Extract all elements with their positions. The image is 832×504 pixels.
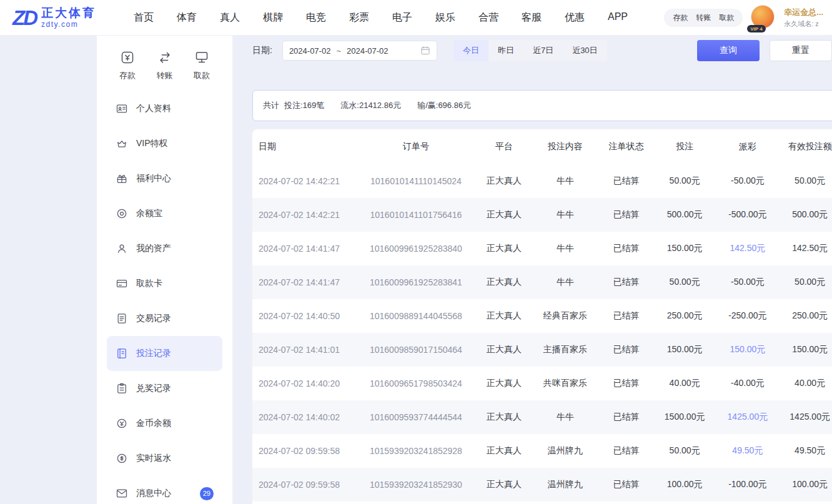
date-from-value: 2024-07-02 bbox=[289, 46, 331, 56]
cell-bet-content: 牛牛 bbox=[532, 232, 598, 265]
summary-win-loss: 输/赢:696.86元 bbox=[417, 100, 471, 111]
transfer-icon bbox=[157, 50, 172, 65]
avatar[interactable]: VIP 4 bbox=[751, 5, 776, 30]
sidebar-item-withdraw-card[interactable]: 取款卡 bbox=[107, 266, 222, 301]
withdraw-icon bbox=[194, 50, 209, 65]
nav-item-home[interactable]: 首页 bbox=[134, 11, 154, 24]
cell-bet-amount: 100.00元 bbox=[655, 468, 715, 502]
range-last30days-button[interactable]: 近30日 bbox=[563, 40, 607, 61]
sidebar-item-profile[interactable]: 个人资料 bbox=[107, 91, 222, 126]
sidebar-item-coin-balance[interactable]: 金币余额 bbox=[107, 406, 222, 441]
rebate-icon bbox=[116, 452, 128, 465]
bank-card-icon bbox=[116, 277, 128, 290]
col-header-status: 注单状态 bbox=[598, 129, 655, 164]
range-last7days-button[interactable]: 近7日 bbox=[523, 40, 563, 61]
nav-item-support[interactable]: 客服 bbox=[522, 11, 542, 24]
table-row: 2024-07-02 09:59:581015939203241852928正大… bbox=[252, 434, 832, 468]
cell-valid-bet: 1425.00元 bbox=[780, 400, 832, 434]
sidebar-item-transactions[interactable]: 交易记录 bbox=[107, 301, 222, 336]
reset-button[interactable]: 重置 bbox=[770, 40, 832, 61]
table-row: 2024-07-02 14:40:501016009889144045568正大… bbox=[252, 299, 832, 333]
cell-date: 2024-07-02 09:59:58 bbox=[252, 434, 356, 468]
cell-platform: 正大真人 bbox=[476, 367, 533, 400]
sidebar-quick-transfer[interactable]: 转账 bbox=[149, 50, 181, 81]
calendar-icon bbox=[420, 46, 430, 56]
cell-bet-amount: 500.00元 bbox=[655, 198, 715, 232]
cell-date: 2024-07-02 14:41:47 bbox=[252, 232, 356, 265]
brand-logo[interactable]: ZD 正大体育 zdty.com bbox=[12, 6, 124, 29]
top-header: ZD 正大体育 zdty.com 首页 体育 真人 棋牌 电竞 彩票 电子 娱乐… bbox=[0, 0, 832, 35]
cell-valid-bet: 50.00元 bbox=[780, 164, 832, 198]
bet-records-table-card: 日期 订单号 平台 投注内容 注单状态 投注 派彩 有效投注额 2024-07-… bbox=[252, 129, 832, 504]
sidebar-item-label: 我的资产 bbox=[136, 243, 171, 254]
table-row: 2024-07-02 14:41:011016009859017150464正大… bbox=[252, 333, 832, 367]
gold-coin-icon bbox=[116, 417, 128, 430]
gift-icon bbox=[116, 172, 128, 185]
table-row: 2024-07-02 14:40:201016009651798503424正大… bbox=[252, 367, 832, 400]
sidebar-item-bet-records[interactable]: 投注记录 bbox=[107, 336, 222, 371]
cell-platform: 正大真人 bbox=[476, 164, 533, 198]
cell-order-no: 1016010141110145024 bbox=[356, 164, 475, 198]
cell-date: 2024-07-02 14:42:21 bbox=[252, 164, 356, 198]
sidebar-item-assets[interactable]: 我的资产 bbox=[107, 231, 222, 266]
sidebar-item-welfare[interactable]: 福利中心 bbox=[107, 161, 222, 196]
id-card-icon bbox=[116, 102, 128, 115]
cell-payout: 1425.00元 bbox=[715, 400, 780, 434]
nav-item-promotions[interactable]: 优惠 bbox=[565, 11, 585, 24]
sidebar-quick-deposit[interactable]: 存款 bbox=[112, 50, 143, 81]
cell-valid-bet: 50.00元 bbox=[780, 265, 832, 299]
search-button[interactable]: 查询 bbox=[697, 40, 760, 61]
notebook-icon bbox=[116, 347, 128, 360]
person-icon bbox=[116, 242, 128, 255]
summary-bar: 共计 投注:169笔 流水:21412.86元 输/赢:696.86元 bbox=[252, 90, 832, 121]
header-deposit-link[interactable]: 存款 bbox=[673, 12, 688, 23]
cell-payout: -500.00元 bbox=[715, 198, 780, 232]
nav-item-partnership[interactable]: 合营 bbox=[478, 11, 498, 24]
header-transfer-link[interactable]: 转账 bbox=[696, 12, 711, 23]
cell-bet-content: 牛牛 bbox=[532, 164, 598, 198]
sidebar-item-yuebao[interactable]: 余额宝 bbox=[107, 196, 222, 231]
filter-actions: 查询 重置 bbox=[697, 40, 832, 61]
cell-valid-bet: 40.00元 bbox=[780, 367, 832, 400]
header-withdraw-link[interactable]: 取款 bbox=[719, 12, 734, 23]
cell-platform: 正大真人 bbox=[476, 232, 533, 265]
header-quick-links: 存款 转账 取款 bbox=[664, 9, 743, 27]
nav-item-app[interactable]: APP bbox=[608, 11, 628, 24]
sidebar-item-rebate[interactable]: 实时返水 bbox=[107, 441, 222, 476]
nav-item-slots[interactable]: 电子 bbox=[392, 11, 412, 24]
cell-valid-bet: 500.00元 bbox=[780, 198, 832, 232]
nav-item-esports[interactable]: 电竞 bbox=[306, 11, 326, 24]
envelope-icon bbox=[116, 487, 128, 500]
date-range-input[interactable]: 2024-07-02 ~ 2024-07-02 bbox=[282, 41, 437, 61]
sidebar-item-label: 福利中心 bbox=[136, 173, 171, 184]
permanent-domain-note: 永久域名: z bbox=[784, 19, 823, 29]
sidebar-item-messages[interactable]: 消息中心 29 bbox=[107, 476, 222, 504]
nav-item-lottery[interactable]: 彩票 bbox=[349, 11, 369, 24]
username[interactable]: 幸运金总... bbox=[784, 6, 823, 19]
cell-date: 2024-07-02 14:42:21 bbox=[252, 198, 356, 232]
bet-table-body: 2024-07-02 14:42:211016010141110145024正大… bbox=[252, 164, 832, 502]
sidebar-item-label: 实时返水 bbox=[136, 453, 171, 464]
range-today-button[interactable]: 今日 bbox=[453, 40, 488, 61]
nav-item-sports[interactable]: 体育 bbox=[177, 11, 197, 24]
cell-platform: 正大真人 bbox=[476, 468, 533, 502]
nav-item-chess-cards[interactable]: 棋牌 bbox=[263, 11, 283, 24]
table-row: 2024-07-02 14:41:471016009961925283840正大… bbox=[252, 232, 832, 265]
cell-bet-amount: 250.00元 bbox=[655, 299, 715, 333]
left-gutter bbox=[0, 35, 97, 504]
range-yesterday-button[interactable]: 昨日 bbox=[488, 40, 523, 61]
sidebar-item-label: 交易记录 bbox=[136, 313, 171, 324]
date-to-value: 2024-07-02 bbox=[347, 46, 389, 56]
sidebar-item-vip[interactable]: VIP特权 bbox=[107, 126, 222, 161]
cell-order-no: 1016009651798503424 bbox=[356, 367, 475, 400]
quick-range-group: 今日 昨日 近7日 近30日 bbox=[453, 40, 607, 61]
nav-item-live-casino[interactable]: 真人 bbox=[220, 11, 240, 24]
filter-row: 日期: 2024-07-02 ~ 2024-07-02 今日 昨日 近7日 近3… bbox=[252, 40, 832, 61]
cell-valid-bet: 250.00元 bbox=[780, 299, 832, 333]
nav-item-entertainment[interactable]: 娱乐 bbox=[435, 11, 455, 24]
sidebar-quick-withdraw[interactable]: 取款 bbox=[186, 50, 217, 81]
coin-icon bbox=[116, 207, 128, 220]
cell-bet-content: 牛牛 bbox=[532, 265, 598, 299]
sidebar-item-redeem-records[interactable]: 兑奖记录 bbox=[107, 371, 222, 406]
summary-total-bets: 投注:169笔 bbox=[284, 100, 324, 111]
